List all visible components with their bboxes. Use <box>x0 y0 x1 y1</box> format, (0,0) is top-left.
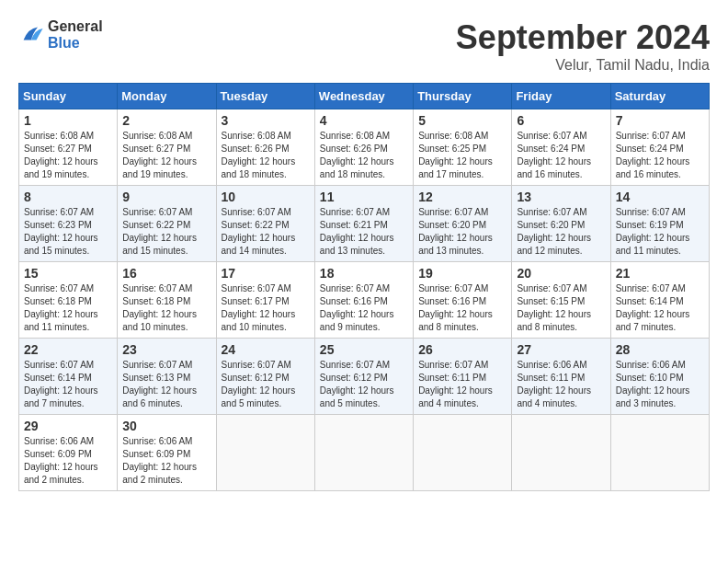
calendar-day-19: 19Sunrise: 6:07 AM Sunset: 6:16 PM Dayli… <box>414 262 512 339</box>
logo-text: General Blue <box>48 18 103 52</box>
calendar-day-10: 10Sunrise: 6:07 AM Sunset: 6:22 PM Dayli… <box>216 186 314 262</box>
calendar-day-empty <box>216 415 314 491</box>
calendar-day-1: 1Sunrise: 6:08 AM Sunset: 6:27 PM Daylig… <box>19 109 118 186</box>
calendar-day-28: 28Sunrise: 6:06 AM Sunset: 6:10 PM Dayli… <box>610 339 709 415</box>
calendar-day-17: 17Sunrise: 6:07 AM Sunset: 6:17 PM Dayli… <box>216 262 314 339</box>
weekday-header-thursday: Thursday <box>414 84 512 109</box>
weekday-header-monday: Monday <box>118 84 216 109</box>
calendar-day-25: 25Sunrise: 6:07 AM Sunset: 6:12 PM Dayli… <box>314 339 413 415</box>
calendar-week-4: 22Sunrise: 6:07 AM Sunset: 6:14 PM Dayli… <box>19 339 710 415</box>
weekday-header-sunday: Sunday <box>19 84 118 109</box>
calendar-day-13: 13Sunrise: 6:07 AM Sunset: 6:20 PM Dayli… <box>512 186 610 262</box>
location: Velur, Tamil Nadu, India <box>456 57 710 74</box>
calendar-week-5: 29Sunrise: 6:06 AM Sunset: 6:09 PM Dayli… <box>19 415 710 491</box>
calendar-day-9: 9Sunrise: 6:07 AM Sunset: 6:22 PM Daylig… <box>118 186 216 262</box>
calendar-week-1: 1Sunrise: 6:08 AM Sunset: 6:27 PM Daylig… <box>19 109 710 186</box>
calendar-day-16: 16Sunrise: 6:07 AM Sunset: 6:18 PM Dayli… <box>118 262 216 339</box>
calendar-day-5: 5Sunrise: 6:08 AM Sunset: 6:25 PM Daylig… <box>414 109 512 186</box>
weekday-header-wednesday: Wednesday <box>314 84 413 109</box>
calendar-day-empty <box>414 415 512 491</box>
calendar-day-3: 3Sunrise: 6:08 AM Sunset: 6:26 PM Daylig… <box>216 109 314 186</box>
calendar-day-26: 26Sunrise: 6:07 AM Sunset: 6:11 PM Dayli… <box>414 339 512 415</box>
calendar-day-23: 23Sunrise: 6:07 AM Sunset: 6:13 PM Dayli… <box>118 339 216 415</box>
calendar-day-27: 27Sunrise: 6:06 AM Sunset: 6:11 PM Dayli… <box>512 339 610 415</box>
calendar-day-empty <box>610 415 709 491</box>
calendar-day-7: 7Sunrise: 6:07 AM Sunset: 6:24 PM Daylig… <box>610 109 709 186</box>
calendar-day-21: 21Sunrise: 6:07 AM Sunset: 6:14 PM Dayli… <box>610 262 709 339</box>
month-title: September 2024 <box>456 18 710 57</box>
calendar-table: SundayMondayTuesdayWednesdayThursdayFrid… <box>18 83 710 491</box>
calendar-day-30: 30Sunrise: 6:06 AM Sunset: 6:09 PM Dayli… <box>118 415 216 491</box>
calendar-day-8: 8Sunrise: 6:07 AM Sunset: 6:23 PM Daylig… <box>19 186 118 262</box>
weekday-header-tuesday: Tuesday <box>216 84 314 109</box>
weekday-header-friday: Friday <box>512 84 610 109</box>
calendar-day-20: 20Sunrise: 6:07 AM Sunset: 6:15 PM Dayli… <box>512 262 610 339</box>
logo: General Blue <box>18 18 103 52</box>
calendar-day-12: 12Sunrise: 6:07 AM Sunset: 6:20 PM Dayli… <box>414 186 512 262</box>
calendar-day-2: 2Sunrise: 6:08 AM Sunset: 6:27 PM Daylig… <box>118 109 216 186</box>
calendar-day-empty <box>314 415 413 491</box>
logo-icon <box>18 22 44 48</box>
weekday-header-saturday: Saturday <box>610 84 709 109</box>
calendar-day-22: 22Sunrise: 6:07 AM Sunset: 6:14 PM Dayli… <box>19 339 118 415</box>
calendar-day-29: 29Sunrise: 6:06 AM Sunset: 6:09 PM Dayli… <box>19 415 118 491</box>
weekday-header-row: SundayMondayTuesdayWednesdayThursdayFrid… <box>19 84 710 109</box>
calendar-day-24: 24Sunrise: 6:07 AM Sunset: 6:12 PM Dayli… <box>216 339 314 415</box>
calendar-day-14: 14Sunrise: 6:07 AM Sunset: 6:19 PM Dayli… <box>610 186 709 262</box>
calendar-week-2: 8Sunrise: 6:07 AM Sunset: 6:23 PM Daylig… <box>19 186 710 262</box>
calendar-day-6: 6Sunrise: 6:07 AM Sunset: 6:24 PM Daylig… <box>512 109 610 186</box>
calendar-week-3: 15Sunrise: 6:07 AM Sunset: 6:18 PM Dayli… <box>19 262 710 339</box>
calendar-day-4: 4Sunrise: 6:08 AM Sunset: 6:26 PM Daylig… <box>314 109 413 186</box>
calendar-day-11: 11Sunrise: 6:07 AM Sunset: 6:21 PM Dayli… <box>314 186 413 262</box>
calendar-day-empty <box>512 415 610 491</box>
title-block: September 2024 Velur, Tamil Nadu, India <box>456 18 710 74</box>
page-header: General Blue September 2024 Velur, Tamil… <box>18 18 710 74</box>
calendar-day-15: 15Sunrise: 6:07 AM Sunset: 6:18 PM Dayli… <box>19 262 118 339</box>
calendar-day-18: 18Sunrise: 6:07 AM Sunset: 6:16 PM Dayli… <box>314 262 413 339</box>
